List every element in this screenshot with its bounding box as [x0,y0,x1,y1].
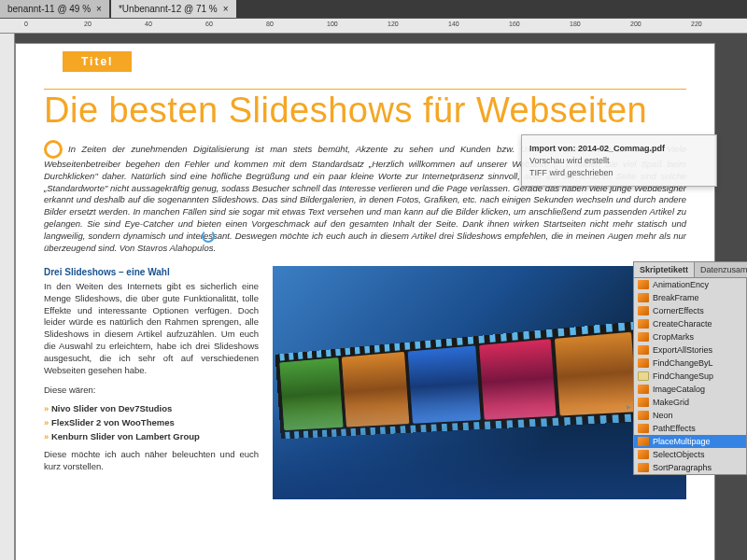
script-icon [638,437,649,446]
script-item[interactable]: SelectObjects [634,448,746,461]
panel-tab-strip: Skriptetikett Datenzusamm [634,262,746,278]
document-tab[interactable]: *Unbenannt-12 @ 71 % × [111,0,236,18]
document-page[interactable]: Titel Die besten Slideshows für Webseite… [15,43,715,560]
close-icon[interactable]: × [96,4,102,14]
horizontal-ruler[interactable]: 0 20 40 60 80 100 120 140 160 180 200 22… [0,19,747,34]
script-icon [638,345,649,355]
column-layout: Drei Slideshows – eine Wahl In den Weite… [16,255,714,511]
text-column[interactable]: Drei Slideshows – eine Wahl In den Weite… [44,266,259,499]
script-icon [638,293,649,302]
script-item[interactable]: FindChangeSup [634,370,746,383]
script-name: SelectObjects [653,450,705,459]
script-icon [638,463,649,472]
script-icon [638,358,649,368]
panel-tab-scripts[interactable]: Skriptetikett [634,262,695,277]
tooltip-status: TIFF wird geschrieben [529,168,709,177]
tooltip-status: Vorschau wird erstellt [529,156,709,165]
bullet-item: Kenburn Slider von Lambert Group [44,431,259,443]
bullet-list: Nivo Slider von Dev7Studios FlexSlider 2… [44,403,259,442]
loading-cursor-icon [202,230,215,243]
script-name: BreakFrame [653,293,699,302]
headline-text[interactable]: Die besten Slideshows für Webseiten [16,72,714,140]
folder-icon [638,371,649,381]
script-item[interactable]: CropMarks [634,330,746,343]
script-item[interactable]: MakeGrid [634,396,746,409]
script-name: Neon [653,411,673,420]
script-name: FindChangeByL [653,358,713,368]
bullet-ornament-icon [44,144,68,154]
reflection-effect [273,406,686,499]
script-icon [638,319,649,329]
title-chip[interactable]: Titel [63,51,132,72]
script-icon [638,411,649,420]
paragraph: Diese wären: [44,385,259,397]
script-name: SortParagraphs [653,463,712,472]
script-name: CornerEffects [653,306,704,315]
script-icon [638,450,649,459]
script-item[interactable]: ExportAllStories [634,343,746,357]
panel-expand-icon[interactable]: ▸ [627,401,631,412]
tooltip-header: Import von: 2014-02_Commag.pdf [529,144,709,153]
script-name: AnimationEncy [653,280,709,289]
script-item[interactable]: ImageCatalog [634,383,746,396]
film-frame [555,331,637,415]
script-list[interactable]: AnimationEncyBreakFrameCornerEffectsCrea… [634,278,746,474]
import-progress-tooltip: Import von: 2014-02_Commag.pdf Vorschau … [521,134,717,187]
script-item[interactable]: PlaceMultipage [634,435,746,448]
script-icon [638,332,649,342]
script-name: PathEffects [653,424,696,433]
vertical-ruler[interactable] [0,34,15,560]
script-item[interactable]: SortParagraphs [634,461,746,474]
script-item[interactable]: Neon [634,409,746,422]
script-name: ExportAllStories [653,345,712,355]
subheading: Drei Slideshows – eine Wahl [44,266,259,279]
script-item[interactable]: FindChangeByL [634,357,746,370]
script-name: CropMarks [653,332,694,342]
script-name: FindChangeSup [653,371,713,381]
script-item[interactable]: PathEffects [634,422,746,435]
bullet-item: Nivo Slider von Dev7Studios [44,403,259,415]
script-icon [638,424,649,433]
script-icon [638,398,649,407]
script-item[interactable]: CreateCharacte [634,317,746,330]
scripts-panel: Skriptetikett Datenzusamm AnimationEncyB… [633,261,747,475]
placed-image[interactable] [273,266,686,499]
script-item[interactable]: CornerEffects [634,304,746,317]
script-name: CreateCharacte [653,319,712,329]
close-icon[interactable]: × [223,4,229,14]
document-tabs: benannt-11 @ 49 % × *Unbenannt-12 @ 71 %… [0,0,747,19]
tab-label: benannt-11 @ 49 % [7,4,91,14]
paragraph: In den Weiten des Internets gibt es sich… [44,281,259,377]
script-name: PlaceMultipage [653,437,711,446]
document-tab[interactable]: benannt-11 @ 49 % × [0,0,109,18]
script-name: MakeGrid [653,398,689,407]
paragraph: Diese möchte ich auch näher beleuchten u… [44,449,259,473]
tab-label: *Unbenannt-12 @ 71 % [119,4,218,14]
bullet-item: FlexSlider 2 von WooThemes [44,417,259,429]
script-icon [638,306,649,315]
panel-tab-data[interactable]: Datenzusamm [695,262,747,277]
script-item[interactable]: BreakFrame [634,291,746,304]
script-item[interactable]: AnimationEncy [634,278,746,291]
guide-line[interactable] [44,89,686,90]
script-name: ImageCatalog [653,385,705,394]
script-icon [638,385,649,394]
script-icon [638,280,649,289]
